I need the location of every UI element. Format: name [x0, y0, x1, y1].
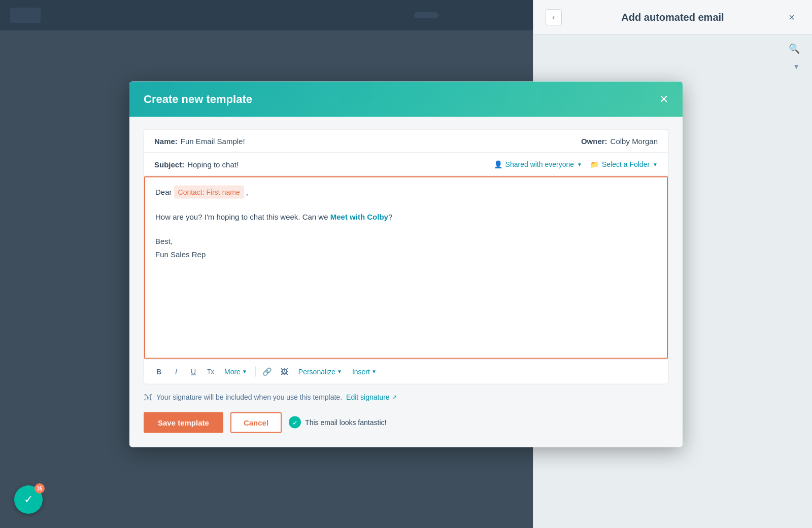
more-button[interactable]: More ▼	[220, 365, 251, 377]
personalize-button[interactable]: Personalize ▼	[294, 365, 346, 377]
image-button[interactable]: 🖼	[277, 364, 292, 378]
owner-value: Colby Morgan	[611, 136, 658, 145]
shared-label: Shared with everyone	[505, 160, 574, 168]
success-text: This email looks fantastic!	[305, 418, 386, 427]
link-button[interactable]: 🔗	[260, 364, 275, 378]
italic-button[interactable]: I	[168, 364, 184, 378]
email-editor[interactable]: Dear Contact: First name , How are you? …	[144, 176, 668, 359]
subject-value: Hoping to chat!	[187, 160, 239, 168]
signature-text: Your signature will be included when you…	[156, 393, 342, 401]
dropdown-icon[interactable]: ▼	[793, 62, 800, 71]
edit-signature-label: Edit signature	[346, 393, 390, 401]
folder-dropdown[interactable]: 📁 Select a Folder ▼	[590, 160, 658, 168]
shared-dropdown-caret: ▼	[577, 161, 582, 167]
cancel-button[interactable]: Cancel	[230, 412, 282, 433]
edit-signature-link[interactable]: Edit signature ↗	[346, 393, 397, 401]
modal-body: Name: Fun Email Sample! Owner: Colby Mor…	[129, 117, 683, 447]
subject-left: Subject: Hoping to chat!	[154, 160, 239, 168]
subject-label: Subject:	[154, 160, 184, 168]
modal-close-button[interactable]: ✕	[659, 93, 668, 104]
modal-header: Create new template ✕	[129, 81, 683, 117]
editor-line-dear: Dear Contact: First name ,	[155, 185, 657, 198]
editor-line-best: Best,	[155, 235, 657, 247]
underline-button[interactable]: U	[186, 364, 201, 378]
editor-empty-space	[155, 261, 657, 342]
personalize-label: Personalize	[298, 367, 335, 375]
shared-dropdown[interactable]: 👤 Shared with everyone ▼	[494, 160, 582, 168]
insert-label: Insert	[352, 367, 370, 375]
modal-footer: Save template Cancel ✓ This email looks …	[144, 412, 668, 433]
subject-row: Subject: Hoping to chat! 👤 Shared with e…	[144, 153, 668, 176]
insert-caret: ▼	[371, 369, 377, 374]
folder-dropdown-caret: ▼	[653, 161, 658, 167]
editor-toolbar: B I U Tx More ▼ 🔗 🖼 Personalize ▼ Insert…	[144, 359, 668, 383]
name-row: Name: Fun Email Sample! Owner: Colby Mor…	[144, 129, 668, 153]
meet-with-colby-link[interactable]: Meet with Colby	[330, 212, 388, 221]
editor-spacer-2	[155, 227, 657, 235]
insert-button[interactable]: Insert ▼	[348, 365, 381, 377]
body-text-suffix: ?	[388, 212, 392, 221]
right-panel-title: Add automated email	[621, 12, 724, 23]
modal-title: Create new template	[144, 92, 252, 105]
name-label: Name:	[154, 136, 178, 145]
template-form-card: Name: Fun Email Sample! Owner: Colby Mor…	[144, 129, 668, 384]
folder-label: Select a Folder	[602, 160, 650, 168]
success-check-icon: ✓	[289, 416, 301, 429]
top-bar-nav	[414, 12, 438, 18]
toolbar-separator-1	[255, 366, 256, 376]
signature-icon: ℳ	[144, 392, 152, 402]
editor-line-body: How are you? I'm hoping to chat this wee…	[155, 210, 657, 223]
name-value: Fun Email Sample!	[181, 136, 245, 145]
right-panel-search-bar: 🔍	[533, 35, 812, 62]
search-icon[interactable]: 🔍	[789, 43, 800, 54]
right-panel-header: ‹ Add automated email ×	[533, 0, 812, 35]
folder-icon: 📁	[590, 160, 599, 168]
create-template-modal: Create new template ✕ Name: Fun Email Sa…	[129, 81, 683, 447]
subject-right: 👤 Shared with everyone ▼ 📁 Select a Fold…	[494, 160, 658, 168]
top-bar-logo	[10, 8, 41, 23]
body-text-prefix: How are you? I'm hoping to chat this wee…	[155, 212, 330, 221]
bottom-activity-badge[interactable]: ✓ 35	[14, 485, 43, 514]
editor-spacer-1	[155, 202, 657, 210]
owner-section: Owner: Colby Morgan	[581, 136, 658, 145]
comma-text: ,	[246, 186, 248, 198]
external-link-icon: ↗	[392, 394, 397, 401]
personalize-caret: ▼	[337, 369, 342, 374]
editor-line-rep: Fun Sales Rep	[155, 248, 657, 260]
dear-text: Dear	[155, 186, 172, 198]
contact-first-name-token[interactable]: Contact: First name	[174, 185, 244, 198]
badge-count: 35	[35, 483, 45, 494]
shared-icon: 👤	[494, 160, 502, 168]
strikethrough-button[interactable]: Tx	[203, 364, 218, 378]
more-caret: ▼	[242, 369, 247, 374]
more-label: More	[224, 367, 241, 375]
owner-label: Owner:	[581, 136, 607, 145]
bold-button[interactable]: B	[151, 364, 166, 378]
back-button[interactable]: ‹	[546, 9, 562, 25]
save-template-button[interactable]: Save template	[144, 412, 223, 433]
badge-check-icon: ✓	[24, 493, 33, 506]
close-panel-button[interactable]: ×	[784, 9, 800, 25]
success-message: ✓ This email looks fantastic!	[289, 416, 386, 429]
signature-note: ℳ Your signature will be included when y…	[144, 392, 668, 402]
